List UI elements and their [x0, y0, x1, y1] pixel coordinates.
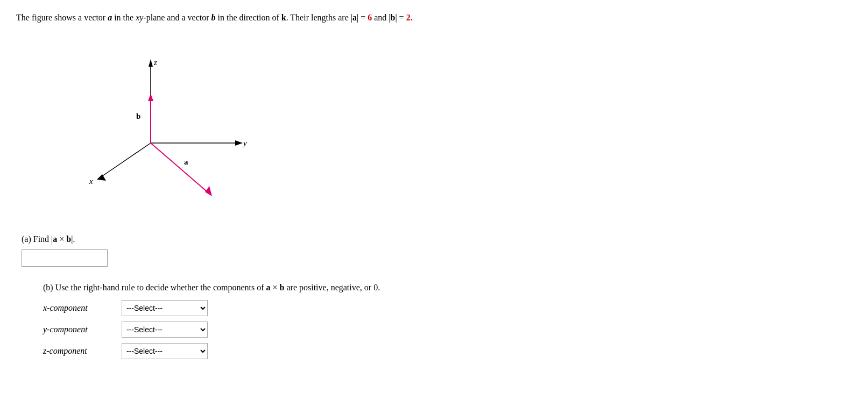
z-component-select[interactable]: ---Select--- positive negative 0 — [122, 343, 208, 359]
z-component-row: z-component ---Select--- positive negati… — [43, 343, 852, 359]
vector-diagram: z x y b a — [48, 35, 253, 218]
svg-line-8 — [151, 143, 210, 194]
b-label-intro: b — [390, 13, 395, 22]
svg-marker-3 — [97, 174, 106, 181]
svg-line-2 — [100, 143, 151, 178]
y-component-row: y-component ---Select--- positive negati… — [43, 322, 852, 338]
part-a-a-bold: a — [53, 234, 57, 244]
part-a-label: (a) Find |a × b|. — [22, 234, 852, 244]
part-a-b-bold: b — [66, 234, 71, 244]
part-b-b-bold: b — [280, 283, 285, 292]
intro-paragraph: The figure shows a vector a in the xy-pl… — [16, 11, 852, 25]
z-component-label: z-component — [43, 346, 113, 356]
vector-k-intro: k — [281, 13, 286, 22]
svg-marker-9 — [205, 186, 212, 196]
a-vector-label: a — [184, 158, 188, 166]
a-value: 6 — [368, 13, 372, 22]
b-vector-label: b — [136, 112, 140, 120]
y-component-select[interactable]: ---Select--- positive negative 0 — [122, 322, 208, 338]
part-b-label: (b) Use the right-hand rule to decide wh… — [43, 283, 852, 292]
figure-area: z x y b a — [48, 35, 852, 218]
part-b-a-bold: a — [266, 283, 271, 292]
a-label-intro: a — [352, 13, 357, 22]
svg-marker-7 — [148, 94, 153, 101]
y-axis-label: y — [242, 139, 247, 147]
vector-b-intro: b — [211, 13, 216, 22]
vector-a-intro: a — [108, 13, 112, 22]
z-axis-label: z — [153, 58, 157, 67]
svg-marker-1 — [149, 59, 153, 67]
cross-product-magnitude-input[interactable] — [22, 249, 108, 267]
x-component-row: x-component ---Select--- positive negati… — [43, 300, 852, 316]
y-component-label: y-component — [43, 325, 113, 334]
xy-plane-text: xy — [136, 13, 143, 22]
x-axis-label: x — [89, 177, 93, 185]
svg-marker-5 — [235, 140, 243, 146]
part-a-section: (a) Find |a × b|. — [22, 234, 852, 267]
x-component-label: x-component — [43, 303, 113, 313]
b-value: 2. — [406, 13, 413, 22]
part-b-section: (b) Use the right-hand rule to decide wh… — [43, 283, 852, 359]
x-component-select[interactable]: ---Select--- positive negative 0 — [122, 300, 208, 316]
